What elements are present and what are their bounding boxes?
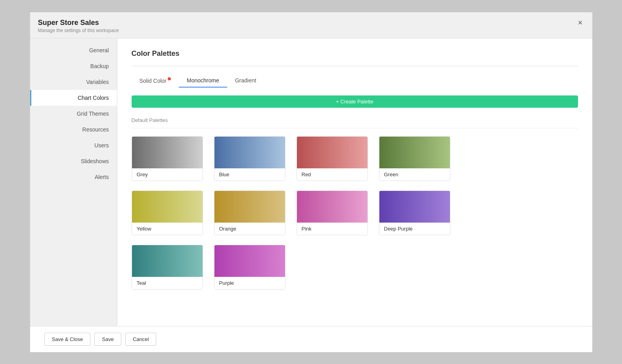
settings-modal: Super Store Sales Manage the settings of… xyxy=(30,12,593,353)
title-divider xyxy=(132,66,578,66)
palette-deep-purple-swatch xyxy=(379,191,450,223)
save-button[interactable]: Save xyxy=(94,333,121,346)
page-title: Color Palettes xyxy=(132,50,578,58)
tab-solid-color[interactable]: Solid Color xyxy=(132,74,179,88)
section-label: Default Palettes xyxy=(132,117,578,123)
modal-title-group: Super Store Sales Manage the settings of… xyxy=(38,19,119,33)
palette-grey-label: Grey xyxy=(132,168,203,181)
tabs-container: Solid Color Monochrome Gradient xyxy=(132,74,578,88)
sidebar-item-slideshows[interactable]: Slideshows xyxy=(30,153,117,169)
palette-teal-label: Teal xyxy=(132,277,203,289)
sidebar-item-grid-themes[interactable]: Grid Themes xyxy=(30,106,117,122)
sidebar-item-resources[interactable]: Resources xyxy=(30,122,117,137)
solid-color-dot xyxy=(168,77,171,80)
palette-yellow-label: Yellow xyxy=(132,223,203,235)
footer: Save & Close Save Cancel xyxy=(30,326,592,352)
save-close-button[interactable]: Save & Close xyxy=(44,333,91,346)
main-content: Color Palettes Solid Color Monochrome Gr… xyxy=(117,38,592,326)
sidebar-item-variables[interactable]: Variables xyxy=(30,74,117,90)
palette-orange-label: Orange xyxy=(214,223,285,235)
close-button[interactable]: × xyxy=(576,19,584,27)
tab-gradient[interactable]: Gradient xyxy=(227,74,264,88)
palette-orange-swatch xyxy=(214,191,285,223)
palette-red[interactable]: Red xyxy=(297,136,368,181)
palette-blue-swatch xyxy=(214,137,285,168)
sidebar-item-backup[interactable]: Backup xyxy=(30,58,117,74)
modal-body: General Backup Variables Chart Colors Gr… xyxy=(30,38,592,326)
palette-purple-label: Purple xyxy=(214,277,285,289)
palette-blue[interactable]: Blue xyxy=(214,136,285,181)
sidebar-item-general[interactable]: General xyxy=(30,42,117,58)
palette-yellow-swatch xyxy=(132,191,203,223)
palette-pink[interactable]: Pink xyxy=(297,191,368,235)
palette-deep-purple[interactable]: Deep Purple xyxy=(379,191,450,235)
sidebar: General Backup Variables Chart Colors Gr… xyxy=(30,38,117,326)
palette-deep-purple-label: Deep Purple xyxy=(379,223,450,235)
tab-monochrome[interactable]: Monochrome xyxy=(179,74,227,88)
cancel-button[interactable]: Cancel xyxy=(125,333,156,346)
sidebar-item-chart-colors[interactable]: Chart Colors xyxy=(30,90,117,106)
create-palette-button[interactable]: + Create Palette xyxy=(132,95,578,108)
palette-pink-label: Pink xyxy=(297,223,367,235)
modal-title: Super Store Sales xyxy=(38,19,119,27)
palette-blue-label: Blue xyxy=(214,168,285,181)
palette-green-label: Green xyxy=(379,168,450,181)
palettes-grid: Grey Blue Red Green Yellow xyxy=(132,136,578,290)
palette-orange[interactable]: Orange xyxy=(214,191,285,235)
palette-grey[interactable]: Grey xyxy=(132,136,203,181)
palette-red-swatch xyxy=(297,137,367,168)
sidebar-item-users[interactable]: Users xyxy=(30,137,117,153)
palette-purple-swatch xyxy=(214,245,285,277)
palette-red-label: Red xyxy=(297,168,367,181)
palette-teal-swatch xyxy=(132,245,203,277)
palette-grey-swatch xyxy=(132,137,203,168)
palette-purple[interactable]: Purple xyxy=(214,245,285,290)
palette-pink-swatch xyxy=(297,191,367,223)
palette-teal[interactable]: Teal xyxy=(132,245,203,290)
palette-green[interactable]: Green xyxy=(379,136,450,181)
palette-yellow[interactable]: Yellow xyxy=(132,191,203,235)
palette-green-swatch xyxy=(379,137,450,168)
section-divider xyxy=(132,128,578,128)
modal-header: Super Store Sales Manage the settings of… xyxy=(30,12,592,38)
sidebar-item-alerts[interactable]: Alerts xyxy=(30,169,117,185)
modal-subtitle: Manage the settings of this workspace xyxy=(38,28,119,33)
